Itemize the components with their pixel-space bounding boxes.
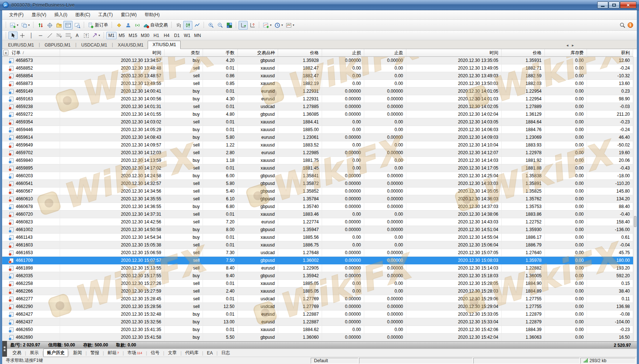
chart-tab-xauusdm1[interactable]: XAUUSD,M1 bbox=[113, 41, 148, 49]
history-row[interactable]: 46593542020.12.30 14:03:02sell0.01xauusd… bbox=[2, 118, 633, 126]
timeframe-h1-button[interactable]: H1 bbox=[151, 32, 162, 39]
terminal-tab-3[interactable]: 新闻 bbox=[69, 349, 85, 357]
timeframe-mn-button[interactable]: MN bbox=[192, 32, 203, 39]
profile-selector[interactable]: Default bbox=[311, 358, 358, 364]
terminal-tab-5[interactable]: 邮箱7 bbox=[104, 349, 123, 357]
auto-scroll-button[interactable] bbox=[239, 21, 248, 30]
vertical-line-tool-button[interactable]: │ bbox=[27, 31, 36, 39]
column-header-open-price[interactable]: 价格 bbox=[278, 49, 322, 56]
history-row[interactable]: 46596142020.12.30 14:08:43buy5.80eurusd1… bbox=[2, 134, 633, 141]
minimize-button[interactable] bbox=[597, 1, 608, 8]
column-header-order[interactable]: 订单/ bbox=[2, 49, 60, 56]
history-row[interactable]: 46594462020.12.30 14:05:29buy0.01xauusd1… bbox=[2, 126, 633, 134]
timeframe-w1-button[interactable]: W1 bbox=[182, 32, 192, 39]
tab-scroll-right-icon[interactable]: ► bbox=[571, 44, 575, 47]
timeframe-m15-button[interactable]: M15 bbox=[127, 32, 139, 39]
chart-tab-eurusdm1[interactable]: EURUSD,M1 bbox=[4, 41, 38, 49]
history-row[interactable]: 46616532020.12.30 15:06:59sell7.30usdcad… bbox=[2, 249, 633, 257]
history-row[interactable]: 46618982020.12.30 15:13:55sell8.40eurusd… bbox=[2, 264, 633, 272]
horizontal-line-tool-button[interactable]: ─ bbox=[36, 31, 45, 39]
new-chart-button[interactable]: ▾ bbox=[8, 21, 20, 30]
zoom-out-button[interactable] bbox=[215, 21, 225, 30]
terminal-tab-11[interactable]: 日志 bbox=[218, 349, 234, 357]
history-row[interactable]: 46606782020.12.30 14:36:55buy6.80gbpusd1… bbox=[2, 203, 633, 211]
profiles-button[interactable]: ▾ bbox=[20, 21, 31, 30]
terminal-tab-0[interactable]: 交易 bbox=[9, 349, 25, 357]
text-tool-button[interactable]: A bbox=[73, 31, 82, 39]
column-header-close-price[interactable]: 价格 bbox=[502, 49, 545, 56]
history-row[interactable]: 46626502020.12.30 15:41:35buy0.01xauusd1… bbox=[2, 326, 633, 334]
terminal-tab-7[interactable]: 信号 bbox=[147, 349, 163, 357]
chart-tab-usdcadm1[interactable]: USDCAD,M1 bbox=[77, 41, 112, 49]
column-header-type[interactable]: 类型 bbox=[165, 49, 203, 56]
history-row[interactable]: 46610022020.12.30 14:50:58buy8.00gbpusd1… bbox=[2, 226, 633, 234]
terminal-tab-8[interactable]: 文章 bbox=[164, 349, 180, 357]
tile-windows-button[interactable] bbox=[225, 21, 234, 30]
menu-item-0[interactable]: 文件(F) bbox=[5, 10, 27, 19]
menu-item-2[interactable]: 插入(I) bbox=[50, 10, 71, 19]
candlestick-chart-button[interactable] bbox=[183, 21, 192, 30]
chart-tab-gbpusdm1[interactable]: GBPUSD,M1 bbox=[40, 41, 75, 49]
vertical-scrollbar[interactable] bbox=[633, 57, 637, 341]
terminal-tab-1[interactable]: 展示 bbox=[26, 349, 42, 357]
crosshair-tool-button[interactable] bbox=[18, 31, 27, 39]
docked-panel-tab[interactable] bbox=[2, 341, 7, 357]
timeframe-m30-button[interactable]: M30 bbox=[139, 32, 151, 39]
history-row[interactable]: 46598952020.12.30 14:17:02sell0.01xauusd… bbox=[2, 164, 633, 172]
menu-item-5[interactable]: 窗口(W) bbox=[117, 10, 141, 19]
terminal-button[interactable] bbox=[63, 21, 73, 30]
history-row[interactable]: 46620352020.12.30 15:17:55buy9.40gbpusd1… bbox=[2, 272, 633, 280]
strategy-tester-button[interactable] bbox=[73, 21, 82, 30]
history-row[interactable]: 46624272020.12.30 15:32:48buy0.01eurusd1… bbox=[2, 311, 633, 318]
menu-item-4[interactable]: 工具(T) bbox=[94, 10, 117, 19]
history-row[interactable]: 46605412020.12.30 14:32:57sell5.80gbpusd… bbox=[2, 180, 633, 187]
chart-shift-button[interactable] bbox=[248, 21, 257, 30]
history-row[interactable]: 46617092020.12.30 15:07:57sell7.50gbpusd… bbox=[2, 257, 633, 264]
terminal-tab-2[interactable]: 账户历史 bbox=[43, 349, 68, 357]
menu-item-3[interactable]: 图表(C) bbox=[71, 10, 95, 19]
signals-button[interactable] bbox=[133, 21, 142, 30]
close-button[interactable] bbox=[620, 1, 636, 8]
history-row[interactable]: 46608232020.12.30 14:42:56sell7.20eurusd… bbox=[2, 218, 633, 226]
history-row[interactable]: 46622662020.12.30 15:27:59sell2.40xauusd… bbox=[2, 287, 633, 295]
history-row[interactable]: 46598402020.12.30 14:13:59buy1.18xauusd1… bbox=[2, 157, 633, 164]
column-header-profit[interactable]: 获利 bbox=[587, 49, 633, 56]
history-row[interactable]: 46591492020.12.30 14:00:41buy0.01eurusd1… bbox=[2, 88, 633, 95]
terminal-tab-4[interactable]: 警报 bbox=[87, 349, 103, 357]
panel-close-button[interactable]: x bbox=[3, 50, 8, 56]
search-icon[interactable] bbox=[620, 22, 625, 28]
history-row[interactable]: 46626902020.12.30 15:41:58buy5.50gbpusd1… bbox=[2, 334, 633, 341]
timeframe-m5-button[interactable]: M5 bbox=[117, 32, 127, 39]
timeframe-h4-button[interactable]: H4 bbox=[162, 32, 172, 39]
zoom-in-button[interactable] bbox=[206, 21, 215, 30]
connection-status[interactable]: 293/2 kb bbox=[580, 358, 635, 364]
timeframe-m1-button[interactable]: M1 bbox=[106, 32, 117, 39]
history-row[interactable]: 46622902020.12.30 15:28:56sell12.50usdca… bbox=[2, 303, 633, 311]
history-row[interactable]: 46606102020.12.30 14:35:55sell6.10gbpusd… bbox=[2, 195, 633, 203]
channel-tool-button[interactable] bbox=[63, 31, 73, 39]
terminal-tab-10[interactable]: EA bbox=[203, 349, 217, 357]
history-row[interactable]: 46588522020.12.30 13:48:48sell0.01xauusd… bbox=[2, 64, 633, 72]
column-header-open-time[interactable]: 时间 bbox=[60, 49, 165, 56]
history-row[interactable]: 46591632020.12.30 14:00:56buy4.30eurusd1… bbox=[2, 95, 633, 103]
history-row[interactable]: 46622772020.12.30 15:28:45sell0.01usdcad… bbox=[2, 295, 633, 303]
menu-item-6[interactable]: 帮助(H) bbox=[141, 10, 164, 19]
history-row[interactable]: 46592722020.12.30 14:01:55buy4.80gbpusd1… bbox=[2, 111, 633, 118]
tab-scroll-left-icon[interactable]: ◄ bbox=[566, 44, 569, 47]
history-row[interactable]: 46588732020.12.30 13:49:55sell0.85xauusd… bbox=[2, 80, 633, 88]
title-bar[interactable]: 8003078: PrimeBusiness-Live bbox=[0, 0, 639, 10]
timeframe-d1-button[interactable]: D1 bbox=[172, 32, 182, 39]
history-row[interactable]: 46585732020.12.30 13:34:57buy4.20gbpusd1… bbox=[2, 57, 633, 64]
history-row[interactable]: 46592382020.12.30 14:01:31sell0.01usdcad… bbox=[2, 103, 633, 111]
history-row[interactable]: 46624372020.12.30 15:32:56buy13.00eurusd… bbox=[2, 318, 633, 326]
history-row[interactable]: 46602032020.12.30 14:24:58buy6.00gbpusd1… bbox=[2, 172, 633, 180]
text-label-tool-button[interactable]: T bbox=[82, 31, 91, 39]
column-header-swap[interactable]: 库存费 bbox=[545, 49, 587, 56]
line-chart-button[interactable] bbox=[192, 21, 202, 30]
auto-trading-button[interactable]: 自动交易 bbox=[142, 21, 169, 30]
history-row[interactable]: 46597022020.12.30 14:12:03sell2.80eurusd… bbox=[2, 149, 633, 157]
new-order-button[interactable]: 新订单 bbox=[86, 21, 110, 30]
chart-tab-xtiusdm1[interactable]: XTIUSD,M1 bbox=[148, 41, 181, 49]
history-row[interactable]: 46607202020.12.30 14:37:31sell0.01xauusd… bbox=[2, 211, 633, 218]
indicators-button[interactable]: ▾ bbox=[262, 21, 273, 30]
